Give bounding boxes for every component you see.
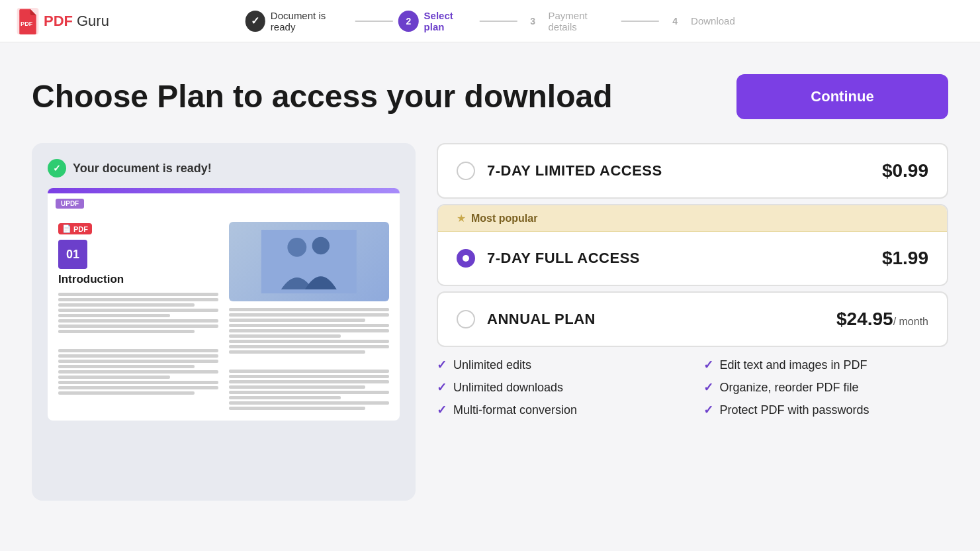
text-line [58,293,218,296]
feature-6-text: Protect PDF with passwords [720,403,869,417]
plan-full-left: 7-DAY FULL ACCESS [457,249,640,268]
content-area: ✓ Your document is ready! UPDF 📄 PDF 01 … [32,143,948,501]
doc-header-bar [48,188,400,193]
step-3-number: 3 [530,16,535,26]
plan-full-radio[interactable] [457,249,475,268]
plan-annual-left: ANNUAL PLAN [457,310,596,328]
plan-limited-radio[interactable] [457,162,475,180]
feature-1-text: Unlimited edits [453,358,531,372]
radio-inner [463,255,469,262]
step-4: 4 Download [664,11,735,32]
text-line [58,330,195,333]
logo-guru-text: Guru [77,13,109,30]
check-icon-6: ✓ [703,403,713,417]
text-line [58,325,218,328]
step-2-circle: 2 [398,11,419,32]
doc-content: UPDF 📄 PDF 01 Introduction [48,188,400,421]
step-4-circle: 4 [664,11,686,32]
text-line [58,349,218,352]
check-icon-3: ✓ [437,380,447,395]
pdf-badge: 📄 PDF [58,223,92,234]
step-3-circle: 3 [523,11,543,32]
plan-full-name: 7-DAY FULL ACCESS [487,250,640,267]
doc-image [229,222,389,301]
step-2: 2 Select plan [398,10,474,32]
text-line [229,319,365,322]
header: PDF PDF Guru ✓ Document is ready 2 Selec… [0,0,980,42]
plan-full-price: $1.99 [882,248,928,269]
text-line [58,376,170,379]
step-2-number: 2 [406,16,411,26]
document-preview: ✓ Your document is ready! UPDF 📄 PDF 01 … [32,143,416,501]
step-2-label: Select plan [424,10,474,32]
plan-annual-radio[interactable] [457,310,475,328]
step-connector-2 [479,21,517,22]
continue-button[interactable]: Continue [736,74,948,119]
text-line [58,319,218,323]
step-3-label: Payment details [548,10,615,32]
pdf-file-icon: PDF [16,8,40,34]
plan-limited-card[interactable]: 7-DAY LIMITED ACCESS $0.99 [437,143,948,199]
plan-full-card[interactable]: 7-DAY FULL ACCESS $1.99 [438,232,947,285]
feature-1: ✓ Unlimited edits [437,358,682,372]
text-line [229,370,389,373]
feature-3-text: Unlimited downloads [453,381,563,395]
text-line [58,354,218,358]
popular-text: Most popular [471,213,537,225]
text-line [229,345,389,348]
plan-annual-price: $24.95/ month [836,309,928,330]
plan-annual-price-value: $24.95 [836,309,893,329]
step-1: ✓ Document is ready [245,10,349,32]
plan-limited-name: 7-DAY LIMITED ACCESS [487,162,662,179]
doc-ready-text: Your document is ready! [73,162,212,175]
logo-pdf-text: PDF [44,13,73,30]
main-content: Choose Plan to access your download Cont… [0,42,980,522]
text-line [229,375,389,378]
plans-section: 7-DAY LIMITED ACCESS $0.99 ★ Most popula… [437,143,948,417]
doc-text-lines-left [58,293,218,395]
plan-full-wrapper: ★ Most popular 7-DAY FULL ACCESS $1.99 [437,204,948,286]
pdf-badge-label: PDF [73,225,88,233]
feature-4: ✓ Organize, reorder PDF file [703,380,949,395]
step-4-label: Download [691,15,735,26]
text-line [58,298,218,301]
text-line [229,313,389,317]
text-line [58,314,170,317]
text-line [58,370,218,374]
step-connector-3 [621,21,660,22]
pdf-badge-icon: 📄 [62,225,71,233]
step-4-number: 4 [672,16,678,26]
feature-6: ✓ Protect PDF with passwords [703,403,949,417]
check-icon-2: ✓ [703,358,713,372]
text-line [58,381,218,384]
text-line [229,334,341,338]
text-line [229,350,365,354]
plan-annual-price-suffix: / month [893,316,928,327]
text-line [58,360,218,363]
step-1-label: Document is ready [271,10,350,32]
doc-left: 📄 PDF 01 Introduction [58,222,218,410]
text-line [58,309,218,312]
updf-badge: UPDF [56,199,84,209]
logo: PDF PDF Guru [16,8,109,34]
text-line [58,365,195,368]
feature-5-text: Multi-format conversion [453,403,577,417]
page-header: Choose Plan to access your download Cont… [32,74,948,119]
text-line [229,380,389,383]
svg-point-4 [312,237,330,254]
doc-ready-banner: ✓ Your document is ready! [48,159,400,177]
chapter-title: Introduction [58,273,218,286]
feature-4-text: Organize, reorder PDF file [720,381,859,395]
plan-limited-left: 7-DAY LIMITED ACCESS [457,162,662,180]
feature-5: ✓ Multi-format conversion [437,403,682,417]
page-title: Choose Plan to access your download [32,79,613,115]
doc-right [229,222,389,410]
features-grid: ✓ Unlimited edits ✓ Edit text and images… [437,358,948,417]
plan-annual-card[interactable]: ANNUAL PLAN $24.95/ month [437,291,948,347]
text-line [229,329,389,332]
text-line [229,340,389,343]
popular-banner: ★ Most popular [438,205,947,232]
text-line [229,385,365,389]
text-line [229,308,389,311]
steps-nav: ✓ Document is ready 2 Select plan 3 Paym… [245,10,735,32]
